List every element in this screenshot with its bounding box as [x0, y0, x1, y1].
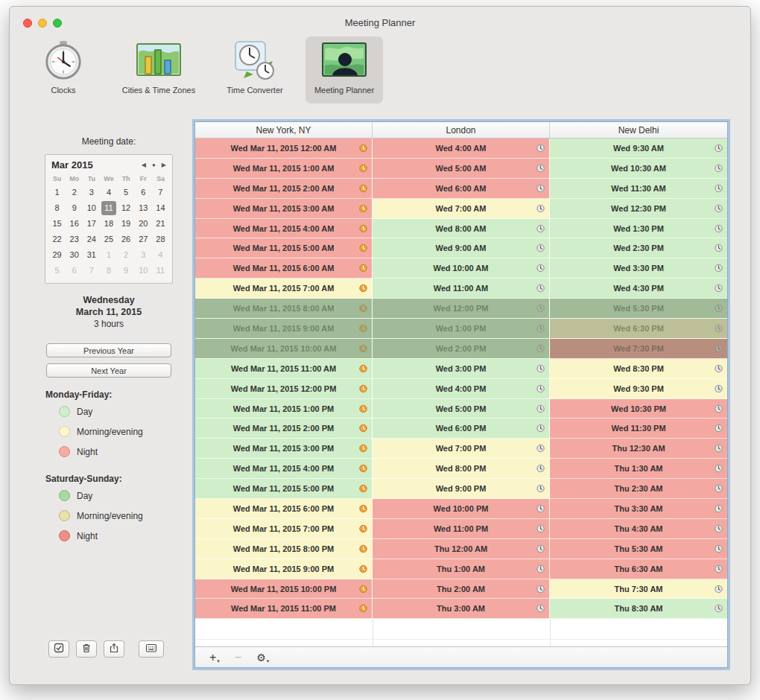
time-cell[interactable]: Wed 10:00 AM [373, 258, 550, 279]
calendar-day[interactable]: 4 [152, 247, 169, 263]
calendar-day[interactable]: 19 [118, 216, 135, 232]
next-year-button[interactable]: Next Year [46, 363, 171, 378]
time-cell[interactable]: Wed 2:00 PM [373, 339, 550, 359]
time-cell[interactable]: Wed 6:00 AM [373, 179, 550, 199]
calendar-day[interactable]: 2 [66, 185, 83, 200]
time-cell[interactable]: Thu 1:00 AM [373, 559, 550, 579]
time-cell[interactable]: Wed Mar 11, 2015 7:00 PM [195, 519, 373, 539]
calendar-day[interactable]: 7 [152, 185, 169, 200]
time-cell[interactable]: Wed Mar 11, 2015 12:00 PM [195, 379, 373, 399]
time-cell[interactable]: Wed 11:00 PM [373, 519, 550, 539]
select-hours-button[interactable] [48, 640, 69, 658]
time-cell[interactable]: Thu 1:30 AM [550, 459, 727, 479]
time-cell[interactable]: Wed Mar 11, 2015 2:00 PM [195, 419, 373, 439]
time-cell[interactable]: Wed 2:30 PM [550, 238, 727, 258]
time-cell[interactable]: Thu 2:00 AM [373, 579, 550, 599]
table-row[interactable]: Wed Mar 11, 2015 12:00 AMWed 4:00 AMWed … [195, 139, 727, 159]
time-cell[interactable]: Wed 5:00 AM [373, 159, 550, 179]
time-cell[interactable]: Wed 11:30 AM [550, 179, 727, 199]
time-cell[interactable]: Wed Mar 11, 2015 5:00 AM [195, 238, 373, 258]
calendar-day[interactable]: 17 [83, 216, 100, 232]
time-cell[interactable]: Wed Mar 11, 2015 12:00 AM [195, 139, 373, 159]
time-cell[interactable]: Wed 7:00 PM [373, 439, 550, 459]
calendar-day[interactable]: 5 [48, 263, 66, 279]
add-city-button[interactable]: + ▾ [203, 647, 227, 667]
time-cell[interactable]: Wed 6:00 PM [373, 419, 550, 439]
table-row[interactable]: Wed Mar 11, 2015 1:00 AMWed 5:00 AMWed 1… [195, 159, 727, 179]
calendar-day[interactable]: 5 [118, 185, 135, 200]
calendar-day[interactable]: 8 [48, 200, 66, 216]
table-row[interactable]: Wed Mar 11, 2015 10:00 AMWed 2:00 PMWed … [195, 339, 727, 359]
calendar-day[interactable]: 8 [100, 263, 117, 279]
calendar-day[interactable]: 2 [118, 247, 135, 263]
time-cell[interactable]: Wed 1:00 PM [373, 319, 550, 339]
previous-year-button[interactable]: Previous Year [46, 343, 171, 357]
table-row[interactable]: Wed Mar 11, 2015 10:00 PMThu 2:00 AMThu … [195, 579, 727, 599]
calendar-day[interactable]: 14 [152, 200, 169, 216]
calendar-day[interactable]: 24 [83, 232, 100, 247]
toolbar-item-time-converter[interactable]: Time Converter [210, 36, 300, 104]
time-cell[interactable]: Wed Mar 11, 2015 3:00 PM [195, 439, 373, 459]
calendar-day[interactable]: 3 [135, 247, 152, 263]
calendar-day[interactable]: 10 [83, 200, 100, 216]
time-cell[interactable]: Wed Mar 11, 2015 6:00 AM [195, 258, 373, 279]
calendar-day[interactable]: 9 [118, 263, 135, 279]
table-row[interactable]: Wed Mar 11, 2015 2:00 AMWed 6:00 AMWed 1… [195, 179, 727, 199]
time-cell[interactable]: Wed 3:00 PM [373, 359, 550, 379]
table-row[interactable]: Wed Mar 11, 2015 7:00 AMWed 11:00 AMWed … [195, 279, 727, 299]
time-cell[interactable]: Wed 4:00 AM [373, 139, 550, 159]
calendar-day[interactable]: 28 [152, 232, 169, 247]
table-row[interactable]: Wed Mar 11, 2015 8:00 PMThu 12:00 AMThu … [195, 539, 727, 559]
time-cell[interactable]: Thu 7:30 AM [550, 579, 727, 599]
time-cell[interactable]: Wed 10:30 AM [550, 159, 727, 179]
time-cell[interactable]: Wed 6:30 PM [550, 319, 727, 339]
table-row[interactable]: Wed Mar 11, 2015 5:00 PMWed 9:00 PMThu 2… [195, 479, 727, 499]
calendar-day[interactable]: 3 [83, 185, 100, 200]
calendar-day[interactable]: 18 [100, 216, 117, 232]
calendar-day[interactable]: 11 [152, 263, 169, 279]
time-cell[interactable]: Thu 4:30 AM [550, 519, 727, 539]
toolbar-item-cities-time-zones[interactable]: Cities & Time Zones [107, 36, 211, 104]
table-row[interactable]: Wed Mar 11, 2015 4:00 PMWed 8:00 PMThu 1… [195, 459, 727, 479]
time-cell[interactable]: Thu 2:30 AM [550, 479, 727, 499]
share-button[interactable] [104, 640, 124, 658]
time-cell[interactable]: Wed 5:30 PM [550, 299, 727, 319]
time-cell[interactable]: Wed 1:30 PM [550, 219, 727, 239]
calendar-day[interactable]: 16 [66, 216, 83, 232]
time-cell[interactable]: Wed 5:00 PM [373, 399, 550, 419]
titlebar[interactable]: Meeting Planner [10, 7, 750, 35]
time-cell[interactable]: Wed 10:30 PM [550, 399, 727, 419]
time-cell[interactable]: Thu 3:30 AM [550, 499, 727, 519]
time-cell[interactable]: Wed 4:30 PM [550, 279, 727, 299]
calendar-day[interactable]: 9 [66, 200, 83, 216]
calendar-day[interactable]: 15 [48, 216, 66, 232]
table-row[interactable]: Wed Mar 11, 2015 7:00 PMWed 11:00 PMThu … [195, 519, 727, 539]
time-cell[interactable]: Wed 12:00 PM [373, 299, 550, 319]
time-cell[interactable]: Wed 9:30 AM [550, 139, 727, 159]
table-row[interactable]: Wed Mar 11, 2015 4:00 AMWed 8:00 AMWed 1… [195, 219, 727, 239]
calendar-next-button[interactable]: ▶ [162, 162, 166, 168]
table-row[interactable]: Wed Mar 11, 2015 3:00 AMWed 7:00 AMWed 1… [195, 199, 727, 219]
table-row[interactable]: Wed Mar 11, 2015 1:00 PMWed 5:00 PMWed 1… [195, 399, 727, 419]
time-cell[interactable]: Thu 3:00 AM [373, 599, 550, 619]
time-cell[interactable]: Wed 9:00 PM [373, 479, 550, 499]
time-cell[interactable]: Wed Mar 11, 2015 9:00 AM [195, 319, 373, 339]
calendar-prev-button[interactable]: ◀ [142, 162, 146, 168]
table-row[interactable]: Wed Mar 11, 2015 2:00 PMWed 6:00 PMWed 1… [195, 419, 727, 439]
calendar-day[interactable]: 30 [66, 247, 83, 263]
calendar-day[interactable]: 1 [48, 185, 66, 200]
time-cell[interactable]: Wed Mar 11, 2015 2:00 AM [195, 179, 373, 199]
calendar-today-button[interactable]: ● [152, 162, 156, 168]
time-cell[interactable]: Thu 8:30 AM [550, 599, 727, 619]
time-cell[interactable]: Wed 7:00 AM [373, 199, 550, 219]
calendar-day[interactable]: 1 [100, 247, 117, 263]
time-cell[interactable]: Thu 6:30 AM [550, 559, 727, 579]
table-row[interactable]: Wed Mar 11, 2015 9:00 AMWed 1:00 PMWed 6… [195, 319, 727, 339]
time-cell[interactable]: Wed 3:30 PM [550, 258, 727, 279]
time-cell[interactable]: Wed Mar 11, 2015 1:00 PM [195, 399, 373, 419]
table-row[interactable]: Wed Mar 11, 2015 9:00 PMThu 1:00 AMThu 6… [195, 559, 727, 579]
toolbar-item-meeting-planner[interactable]: Meeting Planner [305, 36, 383, 104]
toolbar-item-clocks[interactable]: Clocks [26, 36, 101, 104]
calendar-day[interactable]: 21 [152, 216, 169, 232]
calendar-day[interactable]: 25 [100, 232, 117, 247]
